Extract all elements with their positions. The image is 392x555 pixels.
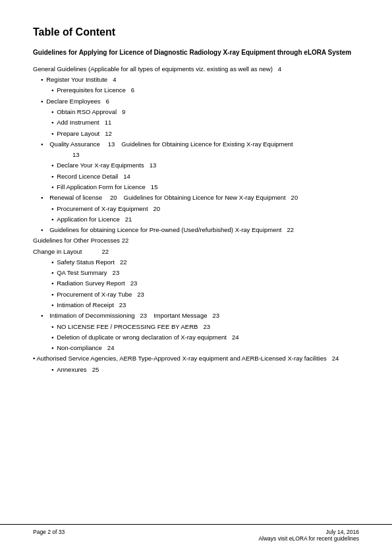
toc-row: ▪ Application for Licence 21 [33,214,359,225]
toc-row: ▪ Non-compliance 24 [33,343,359,353]
toc-label: Deletion of duplicate or wrong declarati… [57,332,227,343]
toc-label: Guidelines for Other Processes 22 [33,235,128,246]
toc-page: 15 [151,182,158,192]
bullet-icon: ▪ [41,75,43,85]
toc-label-inline: Important Message [154,310,207,321]
toc-row: ▪ Radiation Survey Report 23 [33,278,359,289]
toc-row: ▪ Fill Application Form for Licence 15 [33,182,359,192]
bullet-icon: ▪ [51,107,53,117]
subtitle: Guidelines for Applying for Licence of D… [33,47,359,57]
page-footer: Page 2 of 33 July 14, 2016 Always visit … [0,524,392,542]
toc-row: ▪ Register Your Institute 4 [33,74,359,85]
toc-row: ▪ Declare Your X-ray Equipments 13 [33,160,359,171]
toc-page: 24 [232,332,239,343]
bullet-icon: ▪ [41,193,43,203]
bullet-icon: ▪ [51,279,53,289]
toc-page: 20 [154,204,161,214]
toc-label: Radiation Survey Report [57,278,125,289]
page-info: Page 2 of 33 [33,529,65,542]
toc-label: Register Your Institute [46,74,107,85]
bullet-icon: ▪ [51,290,53,300]
bullet-icon: ▪ [41,225,43,235]
bullet-icon: ▪ [51,161,53,171]
toc-row: ▪ Deletion of duplicate or wrong declara… [33,332,359,343]
toc-page: 24 [332,353,339,364]
toc-label: Declare Your X-ray Equipments [57,160,144,171]
toc-page: 4 [113,74,116,85]
toc-row: ▪ NO LICENSE FEE / PROCESSING FEE BY AER… [33,322,359,332]
toc-page: 21 [125,214,132,225]
bullet-icon: ▪ [51,268,53,278]
toc-page: 23 [203,322,210,332]
toc-label: Safety Status Report [57,257,115,268]
toc-row: ▪ Procurement of X-ray Tube 23 [33,289,359,300]
toc-label: Non-compliance [57,343,102,353]
bullet-icon: ▪ [41,140,43,150]
bullet-icon: ▪ [51,258,53,268]
toc-page: 20 [110,192,117,203]
toc-row: ▪ Annexures 25 [33,365,359,375]
footer-date: July 14, 2016 [258,529,359,535]
toc-page: 22 [101,247,109,257]
toc-row: ▪ Prepare Layout 12 [33,129,359,139]
toc-page: 22 [120,257,127,268]
toc-label: Intimation of Receipt [57,300,114,310]
toc-page: 23 [140,310,148,321]
toc-page: 13 [150,160,157,171]
toc-row: ▪ Intimation of Decommissioning 23 Impor… [33,310,359,321]
toc-row: Guidelines for Other Processes 22 [33,235,359,246]
toc-label: Renewal of license [49,192,102,203]
footer-right: July 14, 2016 Always visit eLORA for rec… [258,529,359,542]
toc-row: 13 [33,150,359,160]
bullet-icon: ▪ [51,215,53,225]
toc-row: ▪ QA Test Summary 23 [33,268,359,278]
bullet-icon: ▪ [51,118,53,128]
bullet-icon: ▪ [51,204,53,214]
toc-label: Quality Assurance [49,139,100,150]
toc-label: Declare Employees [46,96,100,107]
toc-row: ▪ Renewal of license 20 Guidelines for O… [33,192,359,203]
bullet-icon: ▪ [51,86,53,96]
footer-note: Always visit eLORA for recent guidelines [258,535,359,542]
toc-label: Intimation of Decommissioning [49,310,134,321]
toc-row: Change in Layout 22 [33,247,359,257]
toc-label: General Guidelines (Applicable for all t… [33,64,273,74]
toc-label: Guidelines for obtaining Licence for Pre… [49,225,281,235]
page-title: Table of Content [33,26,359,38]
toc-row: ▪ Intimation of Receipt 23 [33,300,359,310]
toc-page: 11 [105,117,112,128]
toc-page: 24 [107,343,115,353]
bullet-icon: ▪ [51,301,53,310]
toc-label: Record Licence Detail [57,171,118,182]
toc-label: Obtain RSO Approval [57,107,117,117]
toc-page-inline: 23 [212,310,219,321]
toc-page: 12 [105,129,112,139]
toc-page: 4 [278,64,281,74]
toc-row: ▪ Declare Employees 6 [33,96,359,107]
toc-row: • Authorised Service Agencies, AERB Type… [33,353,359,364]
toc-content: General Guidelines (Applicable for all t… [33,64,359,375]
bullet-icon: ▪ [41,97,43,107]
toc-label: Change in Layout [33,247,82,257]
toc-page: 14 [123,171,130,182]
toc-label: NO LICENSE FEE / PROCESSING FEE BY AERB [57,322,198,332]
toc-label: Procurement of X-ray Tube [57,289,132,300]
bullet-icon: ▪ [41,311,43,321]
bullet-icon: ▪ [51,129,53,139]
toc-label: QA Test Summary [57,268,107,278]
toc-page: 23 [130,278,138,289]
toc-row: ▪ Guidelines for obtaining Licence for P… [33,225,359,235]
toc-row: ▪ Add Instrument 11 [33,117,359,128]
page: Table of Content Guidelines for Applying… [0,0,392,555]
bullet-icon: ▪ [51,322,53,332]
toc-label: Fill Application Form for Licence [57,182,146,192]
toc-page: 23 [119,300,126,310]
bullet-icon: ▪ [51,172,53,182]
toc-row: ▪ Procurement of X-ray Equipment 20 [33,204,359,214]
toc-row: ▪ Record Licence Detail 14 [33,171,359,182]
toc-page: 6 [106,96,109,107]
toc-label: Add Instrument [57,117,99,128]
toc-page: 23 [137,289,144,300]
toc-page-inline: 20 [291,192,298,203]
toc-label: Prepare Layout [57,129,99,139]
